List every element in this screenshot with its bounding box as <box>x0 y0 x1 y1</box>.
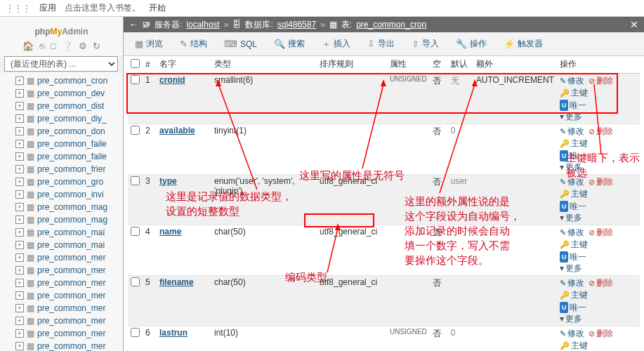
expand-icon[interactable]: + <box>15 114 24 123</box>
column-name-link[interactable]: type <box>159 176 177 186</box>
tab-导入[interactable]: ⇧导入 <box>405 35 446 53</box>
recent-tables-select[interactable]: (最近使用的表) ... <box>4 56 118 72</box>
sidebar-item[interactable]: +▦pre_common_mer <box>0 289 123 302</box>
import-bookmark-hint[interactable]: 点击这里导入书签。 <box>65 2 140 14</box>
more-action[interactable]: ▾更多 <box>560 313 582 324</box>
column-name-link[interactable]: available <box>159 126 195 135</box>
unique-action[interactable]: U 唯一 <box>560 150 587 161</box>
primary-key-action[interactable]: 🔑主键 <box>560 340 588 352</box>
unique-action[interactable]: U 唯一 <box>560 100 587 111</box>
start-label[interactable]: 开始 <box>149 2 166 14</box>
sidebar-item[interactable]: +▦pre_common_mer <box>0 327 123 340</box>
col-type[interactable]: 类型 <box>211 56 317 73</box>
table-link[interactable]: pre_common_cron <box>356 20 426 29</box>
sidebar-item[interactable]: +▦pre_common_dist <box>0 100 123 112</box>
sidebar-item[interactable]: +▦pre_common_mag <box>0 201 123 213</box>
sidebar-item[interactable]: +▦pre_common_dev <box>0 87 123 100</box>
column-name-link[interactable]: cronid <box>159 75 185 85</box>
docs-icon[interactable]: ❔ <box>62 41 73 51</box>
expand-icon[interactable]: + <box>15 279 24 287</box>
row-checkbox[interactable] <box>131 227 140 236</box>
sidebar-item[interactable]: +▦pre_common_mag <box>0 213 123 226</box>
expand-icon[interactable]: + <box>15 102 24 110</box>
more-action[interactable]: ▾更多 <box>560 212 582 223</box>
drop-action[interactable]: ⊘删除 <box>589 328 613 340</box>
expand-icon[interactable]: + <box>15 241 24 249</box>
sidebar-item[interactable]: +▦pre_common_gro <box>0 176 123 188</box>
sidebar-item[interactable]: +▦pre_common_diy_ <box>0 112 123 125</box>
primary-key-action[interactable]: 🔑主键 <box>560 138 588 150</box>
sql-icon[interactable]: □ <box>51 41 56 51</box>
drop-action[interactable]: ⊘删除 <box>589 227 613 239</box>
tab-导出[interactable]: ⇩导出 <box>360 35 402 53</box>
apps-label[interactable]: 应用 <box>39 2 56 14</box>
row-checkbox[interactable] <box>131 277 140 286</box>
more-action[interactable]: ▾更多 <box>560 111 582 122</box>
reload-icon[interactable]: ↻ <box>93 41 100 51</box>
col-null[interactable]: 空 <box>430 56 448 73</box>
sidebar-item[interactable]: +▦pre_common_invi <box>0 188 123 201</box>
edit-action[interactable]: ✎修改 <box>560 328 584 340</box>
tab-操作[interactable]: 🔧操作 <box>449 35 494 53</box>
edit-action[interactable]: ✎修改 <box>560 126 584 138</box>
expand-icon[interactable]: + <box>15 253 24 262</box>
more-action[interactable]: ▾更多 <box>560 263 582 274</box>
expand-icon[interactable]: + <box>15 178 24 186</box>
drop-action[interactable]: ⊘删除 <box>589 277 613 289</box>
sidebar-item[interactable]: +▦pre_common_don <box>0 125 123 138</box>
select-all-checkbox[interactable] <box>131 59 140 68</box>
unique-action[interactable]: U 唯一 <box>560 302 587 313</box>
expand-icon[interactable]: + <box>15 203 24 211</box>
primary-key-action[interactable]: 🔑主键 <box>560 239 588 251</box>
tab-SQL[interactable]: ⌨SQL <box>217 36 264 52</box>
unique-action[interactable]: U 唯一 <box>560 201 587 212</box>
sidebar-item[interactable]: +▦pre_common_faile <box>0 150 123 163</box>
drop-action[interactable]: ⊘删除 <box>589 75 613 87</box>
edit-action[interactable]: ✎修改 <box>560 277 584 289</box>
expand-icon[interactable]: + <box>15 266 24 274</box>
column-name-link[interactable]: filename <box>159 277 194 287</box>
expand-icon[interactable]: + <box>15 304 24 312</box>
tab-浏览[interactable]: ▦浏览 <box>128 35 170 53</box>
sidebar-item[interactable]: +▦pre_common_mer <box>0 264 123 277</box>
row-checkbox[interactable] <box>131 75 140 84</box>
sidebar-item[interactable]: +▦pre_common_mer <box>0 302 123 314</box>
row-checkbox[interactable] <box>131 328 140 337</box>
expand-icon[interactable]: + <box>15 89 24 98</box>
expand-icon[interactable]: + <box>15 127 24 135</box>
expand-icon[interactable]: + <box>15 329 24 338</box>
column-name-link[interactable]: lastrun <box>159 328 188 338</box>
col-name[interactable]: 名字 <box>157 56 211 73</box>
col-ops[interactable]: 操作 <box>557 56 640 73</box>
tab-搜索[interactable]: 🔍搜索 <box>267 35 312 53</box>
expand-icon[interactable]: + <box>15 342 24 350</box>
column-name-link[interactable]: name <box>159 227 181 237</box>
expand-icon[interactable]: + <box>15 216 24 224</box>
col-default[interactable]: 默认 <box>448 56 473 73</box>
expand-icon[interactable]: + <box>15 77 24 85</box>
tab-插入[interactable]: ＋插入 <box>315 35 357 53</box>
tab-触发器[interactable]: ⚡触发器 <box>497 35 550 53</box>
settings-icon[interactable]: ⚙ <box>79 41 87 51</box>
close-icon[interactable]: ✕ <box>630 19 638 30</box>
chevron-icon[interactable]: ← <box>129 20 138 29</box>
sidebar-item[interactable]: +▦pre_common_mer <box>0 314 123 327</box>
sidebar-item[interactable]: +▦pre_common_mer <box>0 251 123 264</box>
sidebar-item[interactable]: +▦pre_common_mai <box>0 226 123 239</box>
logout-icon[interactable]: ⎋ <box>39 41 45 51</box>
col-collation[interactable]: 排序规则 <box>317 56 387 73</box>
sidebar-item[interactable]: +▦pre_common_faile <box>0 138 123 150</box>
sidebar-item[interactable]: +▦pre_common_mer <box>0 277 123 289</box>
home-icon[interactable]: 🏠 <box>22 41 34 51</box>
drop-action[interactable]: ⊘删除 <box>589 126 613 138</box>
expand-icon[interactable]: + <box>15 152 24 161</box>
more-action[interactable]: ▾更多 <box>560 161 582 173</box>
expand-icon[interactable]: + <box>15 317 24 325</box>
col-num[interactable]: # <box>143 56 157 73</box>
row-checkbox[interactable] <box>131 126 140 135</box>
primary-key-action[interactable]: 🔑主键 <box>560 188 588 200</box>
apps-grid-icon[interactable]: ⋮⋮⋮ <box>6 4 31 13</box>
expand-icon[interactable]: + <box>15 165 24 173</box>
sidebar-item[interactable]: +▦pre_common_mer <box>0 340 123 351</box>
sidebar-item[interactable]: +▦pre_common_cron <box>0 74 123 87</box>
